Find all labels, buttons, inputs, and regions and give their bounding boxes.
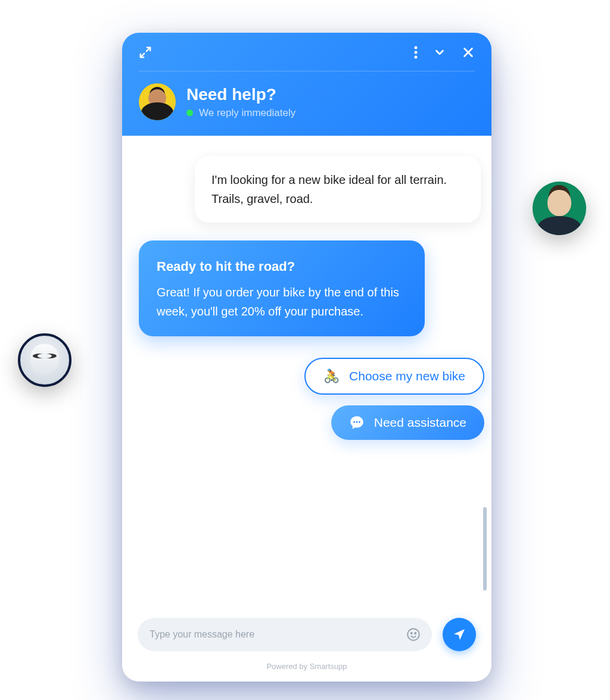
svg-point-5 (353, 421, 355, 423)
header-divider (139, 71, 475, 71)
message-input[interactable] (150, 629, 406, 640)
powered-by-label: Powered by Smartsupp (122, 657, 491, 682)
status-text: We reply immediately (199, 107, 295, 119)
scrollbar-thumb[interactable] (483, 507, 487, 590)
send-icon (452, 627, 466, 642)
header-actions (414, 46, 475, 59)
cyclist-icon: 🚴 (323, 368, 340, 384)
quick-replies: 🚴 Choose my new bike Need assistance (139, 358, 484, 440)
more-icon[interactable] (414, 46, 418, 59)
quick-reply-choose-bike[interactable]: 🚴 Choose my new bike (304, 358, 484, 395)
svg-point-7 (359, 421, 360, 423)
input-wrap (138, 618, 432, 651)
user-message-bubble: I'm looking for a new bike ideal for all… (195, 156, 481, 223)
svg-point-6 (356, 421, 357, 423)
chat-body[interactable]: I'm looking for a new bike ideal for all… (122, 136, 491, 608)
quick-reply-label: Choose my new bike (349, 369, 465, 383)
message-row-user: I'm looking for a new bike ideal for all… (139, 156, 481, 223)
svg-point-9 (411, 633, 412, 634)
chat-bubble-icon (349, 415, 365, 430)
svg-point-1 (415, 51, 418, 54)
header-text: Need help? We reply immediately (186, 85, 295, 119)
status-dot-icon (186, 110, 193, 116)
bot-message-title: Ready to hit the road? (157, 256, 407, 277)
quick-reply-label: Need assistance (374, 415, 466, 430)
emoji-icon[interactable] (406, 627, 421, 642)
header-toolbar (139, 46, 475, 59)
quick-reply-need-assistance[interactable]: Need assistance (331, 405, 484, 440)
agent-avatar (139, 83, 176, 120)
svg-point-8 (407, 629, 419, 640)
send-button[interactable] (443, 618, 476, 651)
expand-icon[interactable] (139, 46, 152, 59)
header-status: We reply immediately (186, 107, 295, 119)
svg-point-2 (415, 56, 418, 59)
svg-point-10 (415, 633, 416, 634)
bot-message-body: Great! If you order your bike by the end… (157, 283, 407, 321)
chat-header: Need help? We reply immediately (122, 33, 491, 136)
bot-avatar (18, 333, 71, 387)
customer-avatar (533, 182, 586, 235)
bot-message-bubble: Ready to hit the road? Great! If you ord… (139, 240, 425, 336)
header-title: Need help? (186, 85, 295, 105)
svg-point-0 (415, 46, 418, 49)
chat-widget: Need help? We reply immediately I'm look… (122, 33, 491, 682)
header-main: Need help? We reply immediately (139, 83, 475, 120)
chat-input-area (122, 608, 491, 657)
chevron-down-icon[interactable] (433, 46, 446, 59)
message-row-bot: Ready to hit the road? Great! If you ord… (139, 240, 481, 336)
close-icon[interactable] (462, 46, 475, 59)
